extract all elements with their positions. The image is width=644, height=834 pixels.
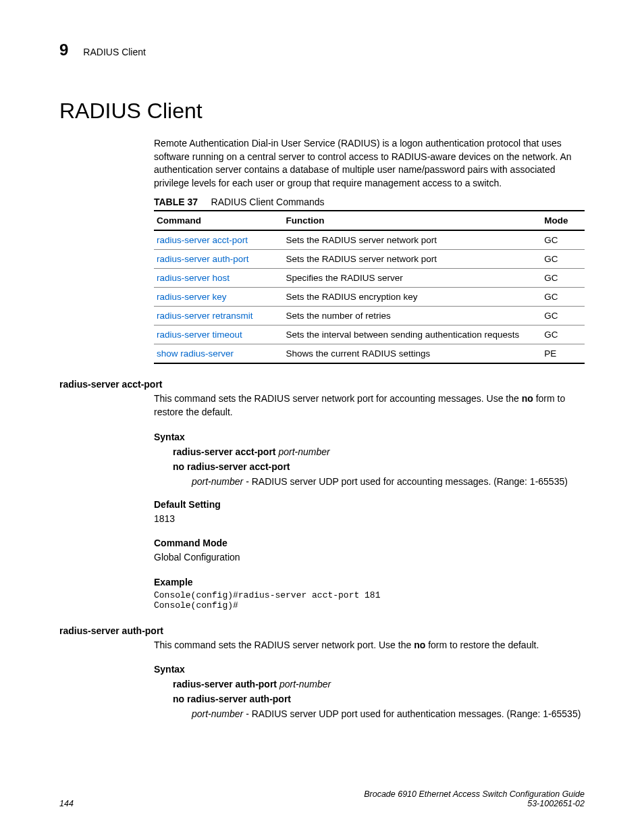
command-description: This command sets the RADIUS server netw…: [154, 639, 585, 652]
default-label: Default Setting: [154, 499, 585, 510]
mode-cell: GC: [541, 307, 585, 325]
syntax-arg-desc: port-number - RADIUS server UDP port use…: [192, 708, 585, 719]
command-link[interactable]: radius-server auth-port: [157, 254, 249, 264]
intro-block: Remote Authentication Dial-in User Servi…: [154, 137, 585, 364]
command-link[interactable]: radius-server timeout: [157, 330, 242, 340]
table-row: radius-server retransmit Sets the number…: [154, 307, 585, 325]
command-body: This command sets the RADIUS server netw…: [154, 392, 585, 610]
th-mode: Mode: [541, 211, 585, 230]
syntax-block: radius-server acct-port port-number no r…: [173, 446, 585, 487]
th-function: Function: [283, 211, 541, 230]
syntax-block: radius-server auth-port port-number no r…: [173, 679, 585, 719]
page: 9 RADIUS Client RADIUS Client Remote Aut…: [0, 0, 644, 834]
footer-right: Brocade 6910 Ethernet Access Switch Conf…: [364, 789, 585, 808]
table-row: radius-server timeout Sets the interval …: [154, 325, 585, 344]
command-link[interactable]: radius-server key: [157, 292, 227, 302]
command-link[interactable]: radius-server host: [157, 273, 230, 283]
function-cell: Sets the number of retries: [283, 307, 541, 325]
syntax-line: radius-server auth-port port-number: [173, 679, 585, 689]
command-link[interactable]: radius-server retransmit: [157, 311, 253, 321]
mode-cell: GC: [541, 269, 585, 288]
command-description: This command sets the RADIUS server netw…: [154, 392, 585, 419]
syntax-line: radius-server acct-port port-number: [173, 446, 585, 457]
page-footer: 144 Brocade 6910 Ethernet Access Switch …: [59, 789, 585, 808]
default-value: 1813: [154, 513, 585, 526]
mode-label: Command Mode: [154, 538, 585, 548]
mode-cell: GC: [541, 250, 585, 269]
section-title: RADIUS Client: [59, 99, 585, 124]
example-label: Example: [154, 577, 585, 588]
command-link[interactable]: radius-server acct-port: [157, 235, 248, 245]
page-header: 9 RADIUS Client: [59, 41, 585, 59]
table-row: radius-server host Specifies the RADIUS …: [154, 269, 585, 288]
syntax-label: Syntax: [154, 432, 585, 442]
chapter-title: RADIUS Client: [83, 47, 146, 57]
function-cell: Sets the RADIUS server network port: [283, 250, 541, 269]
table-header-row: Command Function Mode: [154, 211, 585, 230]
command-heading: radius-server acct-port: [59, 379, 585, 390]
syntax-no-line: no radius-server acct-port: [173, 461, 585, 472]
example-code: Console(config)#radius-server acct-port …: [154, 590, 585, 610]
table-row: radius-server key Sets the RADIUS encryp…: [154, 288, 585, 307]
command-link[interactable]: show radius-server: [157, 348, 234, 359]
mode-cell: PE: [541, 344, 585, 364]
syntax-arg-desc: port-number - RADIUS server UDP port use…: [192, 476, 585, 487]
mode-value: Global Configuration: [154, 551, 585, 565]
table-row: radius-server auth-port Sets the RADIUS …: [154, 250, 585, 269]
commands-table: Command Function Mode radius-server acct…: [154, 210, 585, 364]
table-row: radius-server acct-port Sets the RADIUS …: [154, 230, 585, 250]
function-cell: Specifies the RADIUS server: [283, 269, 541, 288]
mode-cell: GC: [541, 288, 585, 307]
doc-number: 53-1002651-02: [364, 799, 585, 808]
mode-cell: GC: [541, 230, 585, 250]
function-cell: Sets the RADIUS encryption key: [283, 288, 541, 307]
table-caption: TABLE 37 RADIUS Client Commands: [154, 197, 585, 207]
function-cell: Shows the current RADIUS settings: [283, 344, 541, 364]
intro-paragraph: Remote Authentication Dial-in User Servi…: [154, 137, 585, 190]
table-row: show radius-server Shows the current RAD…: [154, 344, 585, 364]
syntax-label: Syntax: [154, 664, 585, 675]
syntax-no-line: no radius-server auth-port: [173, 694, 585, 704]
page-number: 144: [59, 799, 74, 808]
table-caption-text: RADIUS Client Commands: [211, 197, 325, 207]
table-label: TABLE 37: [154, 197, 198, 207]
function-cell: Sets the interval between sending authen…: [283, 325, 541, 344]
function-cell: Sets the RADIUS server network port: [283, 230, 541, 250]
th-command: Command: [154, 211, 283, 230]
mode-cell: GC: [541, 325, 585, 344]
doc-title: Brocade 6910 Ethernet Access Switch Conf…: [364, 789, 585, 799]
command-heading: radius-server auth-port: [59, 625, 585, 636]
chapter-number: 9: [59, 41, 68, 59]
command-body: This command sets the RADIUS server netw…: [154, 639, 585, 720]
